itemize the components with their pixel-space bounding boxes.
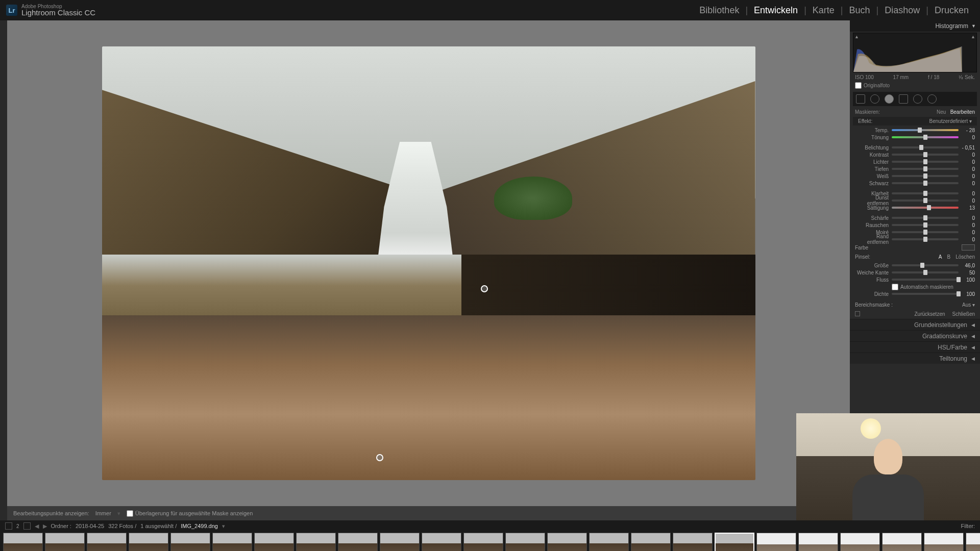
brush-erase[interactable]: Löschen (955, 254, 975, 260)
thumbnail[interactable] (966, 533, 980, 551)
thumbnail[interactable] (422, 533, 461, 551)
module-map[interactable]: Karte (807, 3, 840, 18)
image-viewport[interactable] (7, 20, 850, 506)
slider-value-Rauschen[interactable]: 0 (959, 222, 975, 228)
slider-Dichte[interactable] (892, 293, 959, 295)
slider-value-Größe[interactable]: 46,0 (959, 263, 975, 268)
thumbnail[interactable] (170, 533, 210, 551)
filter-label[interactable]: Filter: (961, 523, 975, 529)
slider-Rand entfernen[interactable] (892, 238, 959, 240)
mask-new[interactable]: Neu (937, 109, 946, 115)
thumbnail[interactable] (338, 533, 378, 551)
histogram-panel-header[interactable]: Histogramm▼ (850, 20, 980, 32)
thumbnail[interactable] (882, 533, 922, 551)
color-swatch[interactable] (962, 244, 975, 251)
thumbnail[interactable] (631, 533, 671, 551)
slider-Weiche Kante[interactable] (892, 271, 959, 273)
thumbnail[interactable] (463, 533, 503, 551)
nav-forward-icon[interactable]: ▶ (43, 523, 47, 530)
left-panel-collapsed[interactable] (0, 20, 7, 520)
module-print[interactable]: Drucken (929, 3, 974, 18)
thumbnail[interactable] (505, 533, 545, 551)
thumbnail[interactable] (798, 533, 838, 551)
slider-value-Temp.[interactable]: - 28 (959, 128, 975, 133)
tone-curve-panel[interactable]: Gradationskurve◀ (850, 330, 980, 341)
thumbnail[interactable] (212, 533, 252, 551)
slider-Sättigung[interactable] (892, 207, 959, 209)
spot-tool-icon[interactable] (870, 94, 879, 104)
close-button[interactable]: Schließen (952, 311, 975, 317)
slider-value-Moiré[interactable]: 0 (959, 230, 975, 235)
slider-Dunst entfernen[interactable] (892, 199, 959, 202)
thumbnail[interactable] (380, 533, 420, 551)
crop-tool-icon[interactable] (856, 94, 865, 104)
thumbnail[interactable] (129, 533, 168, 551)
slider-value-Tiefen[interactable]: 0 (959, 166, 975, 172)
histogram[interactable]: ▲▲ (853, 33, 977, 72)
slider-value-Belichtung[interactable]: - 0,51 (959, 145, 975, 151)
slider-Weiß[interactable] (892, 175, 959, 177)
slider-value-Dichte[interactable]: 100 (959, 291, 975, 297)
thumbnail[interactable] (3, 533, 43, 551)
slider-Rauschen[interactable] (892, 224, 959, 226)
slider-value-Lichter[interactable]: 0 (959, 159, 975, 165)
slider-value-Sättigung[interactable]: 13 (959, 205, 975, 211)
mask-edit[interactable]: Bearbeiten (950, 109, 975, 115)
thumbnail[interactable] (45, 533, 85, 551)
slider-Schärfe[interactable] (892, 217, 959, 219)
thumbnail[interactable]: ••••• (715, 533, 754, 551)
slider-Tönung[interactable] (892, 136, 959, 138)
slider-value-Dunst entfernen[interactable]: 0 (959, 198, 975, 204)
thumbnail[interactable] (756, 533, 796, 551)
slider-value-Tönung[interactable]: 0 (959, 135, 975, 140)
hsl-panel[interactable]: HSL/Farbe◀ (850, 341, 980, 353)
radial-filter-icon[interactable] (913, 94, 922, 104)
thumbnail[interactable] (87, 533, 127, 551)
module-book[interactable]: Buch (844, 3, 875, 18)
slider-value-Rand entfernen[interactable]: 0 (959, 237, 975, 242)
slider-value-Schärfe[interactable]: 0 (959, 215, 975, 221)
automask-toggle[interactable]: Automatisch maskieren (892, 284, 953, 290)
overlay-toggle[interactable]: Überlagerung für ausgewählte Maske anzei… (127, 510, 253, 517)
slider-value-Kontrast[interactable]: 0 (959, 152, 975, 158)
folder-date[interactable]: 2018-04-25 (76, 523, 104, 529)
thumbnail[interactable] (924, 533, 964, 551)
slider-Moiré[interactable] (892, 231, 959, 233)
thumbnail[interactable] (296, 533, 336, 551)
module-library[interactable]: Bibliothek (694, 3, 744, 18)
thumbnail[interactable] (840, 533, 880, 551)
toggle-panel-switch[interactable] (855, 311, 860, 316)
slider-value-Weiß[interactable]: 0 (959, 173, 975, 179)
adjustment-pin-2[interactable] (376, 454, 383, 461)
thumbnail[interactable] (254, 533, 294, 551)
slider-Klarheit[interactable] (892, 192, 959, 194)
slider-value-Klarheit[interactable]: 0 (959, 191, 975, 196)
adjustment-pin-1[interactable] (481, 285, 488, 292)
thumbnail[interactable] (547, 533, 587, 551)
slider-Größe[interactable] (892, 264, 959, 266)
slider-Temp.[interactable] (892, 129, 959, 131)
edit-points-dropdown[interactable]: Immer (95, 510, 111, 516)
second-window-icon[interactable] (5, 522, 12, 530)
slider-Belichtung[interactable] (892, 146, 959, 148)
grid-view-icon[interactable] (23, 522, 31, 530)
slider-Tiefen[interactable] (892, 168, 959, 170)
original-photo-toggle[interactable] (855, 82, 862, 89)
nav-back-icon[interactable]: ◀ (35, 523, 39, 530)
slider-Schwarz[interactable] (892, 182, 959, 184)
slider-Lichter[interactable] (892, 161, 959, 163)
redeye-tool-icon[interactable] (885, 94, 894, 104)
thumbnail[interactable] (673, 533, 713, 551)
reset-button[interactable]: Zurücksetzen (915, 311, 945, 317)
effect-dropdown[interactable]: Benutzerdefiniert ▾ (929, 118, 972, 124)
brush-tab-b[interactable]: B (947, 254, 951, 260)
brush-tab-a[interactable]: A (939, 254, 942, 260)
slider-Fluss[interactable] (892, 279, 959, 281)
thumbnail[interactable] (589, 533, 629, 551)
slider-value-Schwarz[interactable]: 0 (959, 181, 975, 186)
graduated-filter-icon[interactable] (899, 94, 908, 104)
slider-value-Fluss[interactable]: 100 (959, 277, 975, 283)
module-slideshow[interactable]: Diashow (879, 3, 925, 18)
range-mask-dropdown[interactable]: Aus ▾ (962, 302, 975, 308)
split-toning-panel[interactable]: Teiltonung◀ (850, 353, 980, 364)
